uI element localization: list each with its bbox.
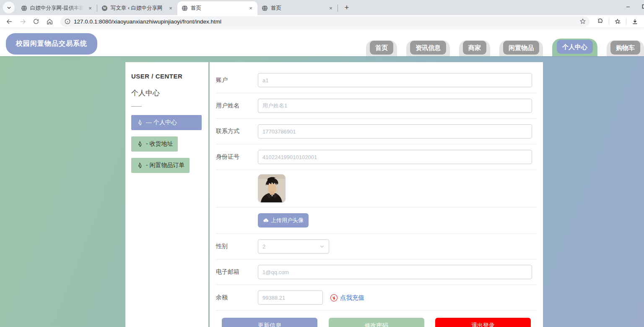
- flame-icon: [136, 162, 143, 169]
- recharge: ¥ 点我充值: [330, 294, 364, 302]
- toolbar-separator: [626, 18, 626, 25]
- window-maximize-button[interactable]: [642, 4, 644, 9]
- username-label: 用户姓名: [216, 102, 258, 110]
- email-label: 电子邮箱: [216, 268, 258, 276]
- flame-icon: [136, 119, 143, 126]
- chevron-down-icon: [7, 5, 11, 10]
- forward-button[interactable]: [18, 16, 28, 26]
- id-number-row: 身份证号: [216, 144, 537, 170]
- reload-button[interactable]: [31, 16, 41, 26]
- upload-row: 上传用户头像: [216, 207, 537, 234]
- nav-item-home[interactable]: 首页: [366, 40, 397, 56]
- phone-input[interactable]: [258, 124, 532, 139]
- browser-tab-3-active[interactable]: 首页 ×: [177, 1, 257, 15]
- new-tab-button[interactable]: +: [341, 2, 352, 13]
- balance-row: 余额 ¥ 点我充值: [216, 285, 537, 311]
- logout-button[interactable]: 退出登录: [435, 318, 531, 327]
- recharge-link[interactable]: 点我充值: [340, 294, 364, 302]
- tab-close-button[interactable]: ×: [327, 5, 334, 12]
- site-logo: 校园闲置物品交易系统: [6, 33, 97, 55]
- phone-row: 联系方式: [216, 119, 537, 144]
- chevron-down-icon: [319, 244, 325, 249]
- flame-icon: [136, 141, 143, 148]
- home-button[interactable]: [44, 16, 55, 26]
- tab-title: 首页: [191, 5, 244, 12]
- update-info-button[interactable]: 更新信息: [222, 318, 317, 327]
- globe-icon: [262, 5, 268, 11]
- gender-label: 性别: [216, 243, 258, 250]
- nav-item-idle-goods[interactable]: 闲置物品: [499, 40, 543, 56]
- account-label: 账户: [216, 76, 258, 84]
- user-avatar: [258, 174, 286, 203]
- id-number-label: 身份证号: [216, 153, 258, 161]
- upload-avatar-button[interactable]: 上传用户头像: [258, 213, 309, 228]
- gender-select[interactable]: 2: [258, 239, 329, 254]
- extensions-icon[interactable]: [595, 16, 605, 26]
- change-password-button[interactable]: 修改密码: [329, 318, 424, 327]
- gender-row: 性别 2: [216, 234, 537, 259]
- cloud-upload-icon: [263, 217, 269, 224]
- tab-close-button[interactable]: ×: [247, 5, 254, 12]
- account-row: 账户: [216, 62, 537, 93]
- globe-icon: [182, 5, 188, 11]
- phone-label: 联系方式: [216, 128, 258, 135]
- tab-search-button[interactable]: [3, 2, 15, 13]
- balance-input[interactable]: [258, 290, 323, 305]
- globe-icon: [21, 5, 27, 11]
- sidebar-item-shipping-address[interactable]: - 收货地址: [131, 136, 178, 152]
- user-profile-form: 账户 用户姓名 联系方式 身份证号: [210, 62, 543, 327]
- browser-toolbar: 127.0.0.1:8080/xiaoyuanxianzhiwupinjiaoy…: [0, 15, 644, 28]
- page-background: 校园闲置物品交易系统 首页 资讯信息 商家 闲置物品 个人中心 购物车 USER…: [0, 28, 644, 327]
- email-input[interactable]: [258, 265, 532, 279]
- username-row: 用户姓名: [216, 93, 537, 119]
- back-button[interactable]: [4, 16, 14, 26]
- nav-item-user-center[interactable]: 个人中心: [552, 39, 597, 56]
- favorites-star-icon[interactable]: [613, 16, 623, 26]
- sidebar-item-label: - 收货地址: [146, 140, 173, 148]
- sidebar-item-label: - 闲置物品订单: [146, 162, 185, 169]
- email-row: 电子邮箱: [216, 259, 537, 285]
- main-nav: 首页 资讯信息 商家 闲置物品 个人中心 购物车: [366, 28, 644, 56]
- username-input[interactable]: [258, 99, 532, 113]
- nav-item-merchants[interactable]: 商家: [459, 40, 490, 56]
- site-header: 校园闲置物品交易系统 首页 资讯信息 商家 闲置物品 个人中心 购物车: [0, 28, 644, 56]
- account-input[interactable]: [258, 73, 532, 87]
- sidebar-item-idle-goods-orders[interactable]: - 闲置物品订单: [131, 158, 190, 173]
- content-area: USER / CENTER 个人中心 — 个人中心 - 收货地址 - 闲置物品订…: [0, 56, 644, 327]
- nav-item-news[interactable]: 资讯信息: [406, 40, 450, 56]
- tab-title: 首页: [271, 5, 325, 12]
- download-icon[interactable]: [630, 16, 640, 26]
- toolbar-separator: [609, 18, 609, 25]
- wordpress-icon: W: [101, 5, 108, 11]
- sidebar: USER / CENTER 个人中心 — 个人中心 - 收货地址 - 闲置物品订…: [125, 62, 208, 327]
- browser-tab-strip: 白嫖中分享网-提供丰富的 Java × W 写文章 ‹ 白嫖中分享网 × 首页 …: [0, 0, 644, 15]
- browser-tab-2[interactable]: W 写文章 ‹ 白嫖中分享网 ×: [97, 1, 177, 15]
- id-number-input[interactable]: [258, 150, 532, 164]
- sidebar-item-label: — 个人中心: [146, 119, 177, 126]
- breadcrumb: USER / CENTER: [131, 73, 203, 80]
- browser-tab-1[interactable]: 白嫖中分享网-提供丰富的 Java ×: [17, 1, 97, 15]
- site-info-icon[interactable]: [65, 18, 70, 24]
- window-controls: –: [625, 0, 644, 13]
- browser-tab-4[interactable]: 首页 ×: [257, 1, 338, 15]
- yen-coin-icon: ¥: [330, 293, 338, 302]
- nav-item-cart[interactable]: 购物车: [607, 40, 644, 56]
- sidebar-title: 个人中心: [131, 88, 203, 98]
- gender-value: 2: [262, 243, 265, 250]
- tab-separator: [338, 5, 338, 12]
- sidebar-menu: — 个人中心 - 收货地址 - 闲置物品订单: [131, 115, 203, 173]
- window-minimize-button[interactable]: –: [625, 3, 631, 10]
- avatar-row: [216, 170, 537, 207]
- tab-close-button[interactable]: ×: [87, 5, 93, 12]
- tab-close-button[interactable]: ×: [167, 5, 174, 12]
- sidebar-divider: [131, 106, 142, 107]
- url-text: 127.0.0.1:8080/xiaoyuanxianzhiwupinjiaoy…: [74, 18, 576, 25]
- address-bar[interactable]: 127.0.0.1:8080/xiaoyuanxianzhiwupinjiaoy…: [60, 16, 589, 27]
- balance-label: 余额: [216, 294, 258, 301]
- form-actions: 更新信息 修改密码 退出登录: [216, 311, 537, 327]
- tab-title: 写文章 ‹ 白嫖中分享网: [111, 5, 164, 12]
- bookmark-star-icon[interactable]: [579, 18, 586, 25]
- svg-text:W: W: [103, 6, 106, 10]
- tab-title: 白嫖中分享网-提供丰富的 Java: [30, 5, 84, 12]
- sidebar-item-user-center[interactable]: — 个人中心: [131, 115, 202, 130]
